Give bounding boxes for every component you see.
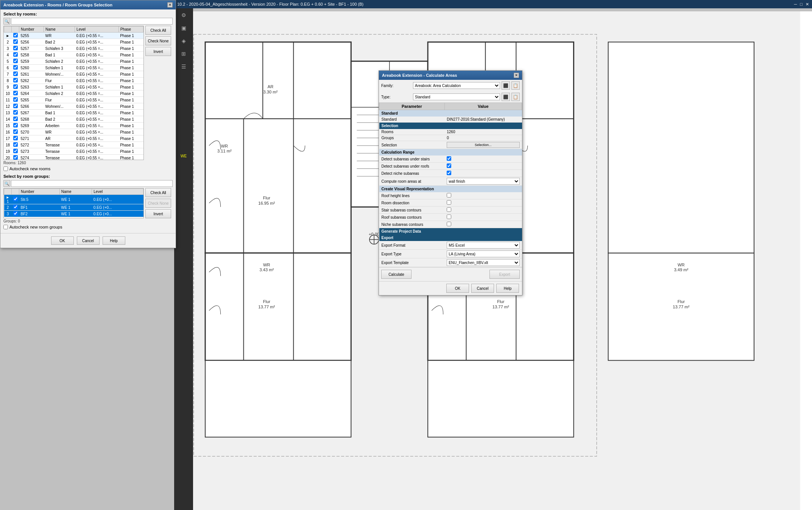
check-all-groups-btn[interactable]: Check All: [145, 188, 171, 197]
export-format-dropdown[interactable]: MS Excel: [447, 242, 519, 249]
rooms-table-row[interactable]: 11 5265 Flur 0.EG (+0.55 =... Phase 1: [4, 97, 143, 103]
cancel-rooms-btn[interactable]: Cancel: [77, 236, 100, 245]
room-checkbox-14[interactable]: [13, 123, 18, 128]
rooms-table-row[interactable]: ► 5255 WR 0.EG (+0.55 =... Phase 1: [4, 33, 143, 39]
help-rooms-btn[interactable]: Help: [103, 236, 125, 245]
rooms-table-row[interactable]: 7 5261 Wohnen/... 0.EG (+0.55 =... Phase…: [4, 71, 143, 78]
group-checkbox-2[interactable]: [13, 211, 18, 216]
export-template-dropdown[interactable]: ENU_Flaechen_IIBV.xlt: [447, 259, 519, 266]
rooms-table-row[interactable]: 8 5262 Flur 0.EG (+0.55 =... Phase 1: [4, 78, 143, 84]
dialog-calculate-close[interactable]: ✕: [514, 73, 519, 78]
room-checkbox-4[interactable]: [13, 59, 18, 63]
autocheck-rooms-checkbox[interactable]: [3, 166, 8, 171]
autocheck-groups-checkbox[interactable]: [3, 225, 8, 229]
rooms-table-row[interactable]: 19 5273 Terrasse 0.EG (+0.55 =... Phase …: [4, 148, 143, 155]
close-btn[interactable]: ✕: [806, 2, 809, 7]
family-label: Family:: [381, 84, 411, 88]
rooms-table-row[interactable]: 18 5272 Terrasse 0.EG (+0.55 =... Phase …: [4, 142, 143, 148]
room-dissection-checkbox[interactable]: [447, 200, 451, 205]
family-icon-1[interactable]: ⬛: [502, 81, 510, 90]
room-name: WR: [44, 129, 75, 135]
groups-search-input[interactable]: [11, 180, 173, 187]
room-checkbox-12[interactable]: [13, 110, 18, 115]
room-checkbox-8[interactable]: [13, 84, 18, 89]
toolbar-icon-3[interactable]: ◈: [176, 35, 191, 47]
rooms-table-row[interactable]: 20 5274 Terrasse 0.EG (+0.55 =... Phase …: [4, 155, 143, 160]
room-checkbox-7[interactable]: [13, 78, 18, 82]
niche-subareas-checkbox[interactable]: [447, 222, 451, 226]
ok-calc-btn[interactable]: OK: [446, 284, 469, 293]
autocheck-rooms-label: Autocheck new rooms: [9, 166, 50, 171]
toolbar-icon-5[interactable]: ☰: [176, 61, 191, 73]
export-type-dropdown[interactable]: LA (Living Area): [447, 250, 519, 257]
room-checkbox-5[interactable]: [13, 65, 18, 70]
dialog-rooms-close[interactable]: ✕: [167, 2, 173, 8]
room-checkbox-15[interactable]: [13, 129, 18, 134]
roof-height-checkbox[interactable]: [447, 193, 451, 197]
groups-table-row[interactable]: 2 BF1 WE 1 0.EG (+0...: [4, 204, 143, 211]
room-checkbox-13[interactable]: [13, 117, 18, 121]
group-checkbox-0[interactable]: [13, 197, 18, 201]
rooms-table-row[interactable]: 5 5259 Schlafen 2 0.EG (+0.55 =... Phase…: [4, 58, 143, 65]
invert-rooms-btn[interactable]: Invert: [145, 47, 171, 56]
compute-areas-dropdown[interactable]: wall finish: [447, 178, 519, 185]
check-all-rooms-btn[interactable]: Check All: [145, 26, 171, 35]
room-checkbox-18[interactable]: [13, 149, 18, 153]
room-checkbox-9[interactable]: [13, 91, 18, 95]
toolbar-icon-6[interactable]: WE: [176, 150, 191, 162]
room-checkbox-3[interactable]: [13, 52, 18, 57]
type-icon-2[interactable]: 📋: [511, 93, 520, 101]
ok-rooms-btn[interactable]: OK: [51, 236, 74, 245]
room-name: Schlafen 1: [44, 65, 75, 71]
family-dropdown[interactable]: Areabook: Area Calculation: [413, 82, 500, 89]
rooms-table-row[interactable]: 2 5256 Bad 2 0.EG (+0.55 =... Phase 1: [4, 39, 143, 45]
rooms-table-row[interactable]: 17 5271 AR 0.EG (+0.55 =... Phase 1: [4, 135, 143, 142]
help-calc-btn[interactable]: Help: [496, 284, 519, 293]
room-checkbox-6[interactable]: [13, 72, 18, 76]
check-none-groups-btn[interactable]: Check None: [145, 199, 171, 208]
rooms-table-row[interactable]: 16 5270 WR 0.EG (+0.55 =... Phase 1: [4, 129, 143, 135]
room-checkbox-16[interactable]: [13, 136, 18, 140]
rooms-table-row[interactable]: 4 5258 Bad 1 0.EG (+0.55 =... Phase 1: [4, 52, 143, 58]
minimize-btn[interactable]: ─: [794, 2, 797, 6]
toolbar-icon-1[interactable]: ⚙: [176, 9, 191, 21]
stair-subareas-checkbox[interactable]: [447, 207, 451, 212]
calculate-btn[interactable]: Calculate: [381, 270, 411, 279]
rooms-search-input[interactable]: [11, 18, 173, 25]
room-checkbox-2[interactable]: [13, 46, 18, 50]
rooms-table-row[interactable]: 15 5269 Arbeiten 0.EG (+0.55 =... Phase …: [4, 123, 143, 129]
rooms-table-row[interactable]: 13 5267 Bad 1 0.EG (+0.55 =... Phase 1: [4, 110, 143, 116]
detect-stairs-checkbox[interactable]: [447, 156, 451, 161]
room-checkbox-11[interactable]: [13, 104, 18, 108]
rooms-table-row[interactable]: 10 5264 Schlafen 2 0.EG (+0.55 =... Phas…: [4, 90, 143, 97]
cancel-calc-btn[interactable]: Cancel: [471, 284, 494, 293]
groups-table-row[interactable]: ► 1 Str.5 WE 1 0.EG (+0...: [4, 195, 143, 204]
check-none-rooms-btn[interactable]: Check None: [145, 36, 171, 45]
room-checkbox-1[interactable]: [13, 39, 18, 44]
room-checkbox-19[interactable]: [13, 155, 18, 160]
type-icon-1[interactable]: ⬛: [502, 93, 510, 101]
room-checkbox-10[interactable]: [13, 97, 18, 102]
rooms-table-row[interactable]: 14 5268 Bad 2 0.EG (+0.55 =... Phase 1: [4, 116, 143, 123]
export-btn[interactable]: Export: [489, 270, 520, 279]
maximize-btn[interactable]: □: [800, 2, 803, 6]
selection-button[interactable]: Selection...: [447, 142, 519, 148]
toolbar-icon-4[interactable]: ⊞: [176, 48, 191, 60]
detect-niche-checkbox[interactable]: [447, 171, 451, 175]
groups-table-row[interactable]: 3 BF2 WE 1 0.EG (+0...: [4, 211, 143, 217]
rooms-table-row[interactable]: 3 5257 Schlafen 3 0.EG (+0.55 =... Phase…: [4, 45, 143, 52]
room-name: Terrasse: [44, 155, 75, 160]
group-checkbox-1[interactable]: [13, 205, 18, 209]
invert-groups-btn[interactable]: Invert: [145, 209, 171, 218]
rooms-table-row[interactable]: 12 5266 Wohnen/... 0.EG (+0.55 =... Phas…: [4, 103, 143, 110]
family-icon-2[interactable]: 📋: [511, 81, 520, 90]
type-dropdown[interactable]: Standard: [413, 93, 500, 100]
rooms-table-row[interactable]: 6 5260 Schlafen 1 0.EG (+0.55 =... Phase…: [4, 65, 143, 71]
roof-subareas-checkbox[interactable]: [447, 215, 451, 219]
rooms-table-row[interactable]: 9 5263 Schlafen 1 0.EG (+0.55 =... Phase…: [4, 84, 143, 90]
toolbar-icon-2[interactable]: ▣: [176, 22, 191, 34]
room-checkbox-0[interactable]: [13, 33, 18, 37]
groups-search-icon: 🔍: [3, 180, 10, 187]
room-checkbox-17[interactable]: [13, 142, 18, 147]
detect-roofs-checkbox[interactable]: [447, 163, 451, 168]
